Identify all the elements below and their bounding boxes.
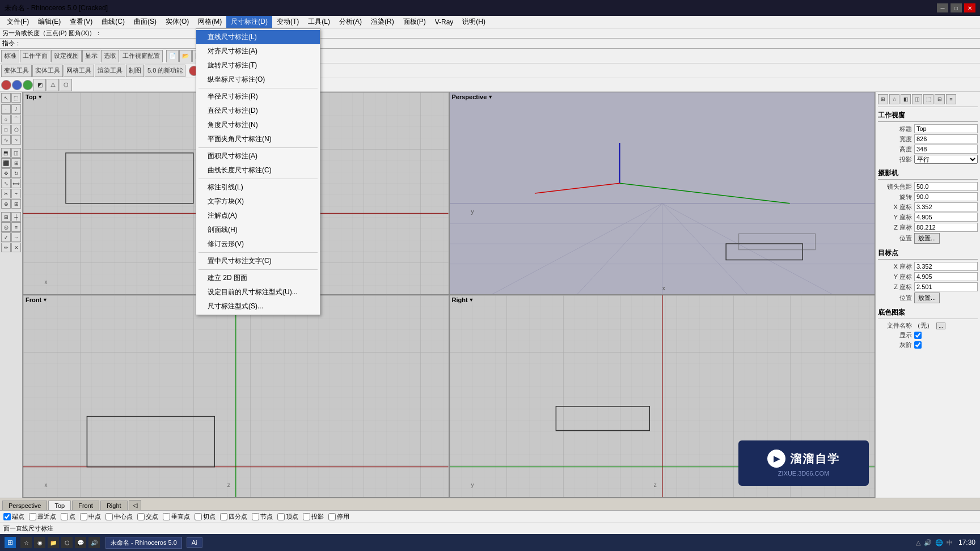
snap-center-cb[interactable]: [105, 513, 113, 520]
lt-poly[interactable]: ⬡: [11, 125, 21, 134]
lt-split[interactable]: ÷: [11, 189, 21, 198]
rp-bg-gray-checkbox[interactable]: [914, 341, 922, 349]
tb-standard[interactable]: 标准: [1, 50, 19, 62]
stab-right[interactable]: Right: [100, 501, 128, 510]
menu-render[interactable]: 渲染(R): [366, 16, 399, 28]
dd-area[interactable]: 面积尺寸标注(A): [196, 149, 320, 163]
cmd-input[interactable]: [21, 39, 978, 48]
viewport-front-arrow[interactable]: ▼: [43, 297, 48, 303]
tb-setview[interactable]: 设定视图: [51, 50, 82, 62]
lt-rect[interactable]: □: [1, 125, 11, 134]
tb-layer2[interactable]: ⚠: [47, 79, 59, 91]
snap-knot-cb[interactable]: [252, 513, 259, 520]
snap-disable[interactable]: 停用: [328, 512, 349, 521]
menu-panel[interactable]: 面板(P): [399, 16, 430, 28]
menu-transform[interactable]: 变动(T): [272, 16, 303, 28]
dd-cloud[interactable]: 修订云形(V): [196, 237, 320, 251]
maximize-button[interactable]: □: [951, 3, 962, 12]
tb-mesh-tools[interactable]: 网格工具: [64, 65, 94, 77]
rp-icon-7[interactable]: ≡: [946, 94, 956, 104]
dd-rotated[interactable]: 旋转尺寸标注(T): [196, 58, 320, 73]
rp-target-z-value[interactable]: [914, 282, 978, 291]
snap-intersection-cb[interactable]: [137, 513, 145, 520]
rp-target-x-value[interactable]: [914, 262, 978, 271]
dd-setcurrent[interactable]: 设定目前的尺寸标注型式(U)...: [196, 285, 320, 299]
menu-surface[interactable]: 曲面(S): [129, 16, 161, 28]
viewport-right-arrow[interactable]: ▼: [469, 297, 474, 303]
menu-edit[interactable]: 编辑(E): [33, 16, 65, 28]
snap-nearest[interactable]: 最近点: [29, 512, 56, 521]
rp-icon-6[interactable]: ⊟: [935, 94, 945, 104]
tb-render-tools[interactable]: 渲染工具: [95, 65, 125, 77]
lt-extrude[interactable]: ⬛: [1, 158, 11, 168]
snap-quadrant-cb[interactable]: [220, 513, 227, 520]
tb-color-red[interactable]: [1, 80, 11, 90]
lt-mesh[interactable]: ⊞: [11, 158, 21, 168]
menu-view[interactable]: 查看(V): [65, 16, 97, 28]
snap-perpendicular[interactable]: 垂直点: [163, 512, 190, 521]
dd-section[interactable]: 剖面线(H): [196, 223, 320, 237]
lt-rotate[interactable]: ↻: [11, 168, 21, 178]
stab-extra[interactable]: ◁: [129, 500, 141, 510]
rp-field-height-value[interactable]: [914, 145, 978, 154]
rp-camera-z-value[interactable]: [914, 223, 978, 232]
rp-icon-3[interactable]: ◧: [901, 94, 911, 104]
lt-join[interactable]: ⊕: [1, 199, 11, 209]
lt-delete[interactable]: ✕: [11, 243, 21, 252]
tb-solid-tools2[interactable]: 实体工具: [32, 65, 63, 77]
lt-point[interactable]: ·: [1, 104, 11, 114]
rp-field-projection-select[interactable]: 平行 透视: [914, 155, 978, 164]
tb-layer1[interactable]: ◩: [33, 79, 46, 91]
rp-camera-focal-value[interactable]: [914, 182, 978, 191]
rp-field-label-value[interactable]: [914, 124, 978, 133]
tb-open[interactable]: 📂: [179, 50, 192, 62]
dd-curvelength[interactable]: 曲线长度尺寸标注(C): [196, 163, 320, 177]
tb-new[interactable]: 📄: [166, 50, 179, 62]
rp-icon-1[interactable]: ⊞: [878, 94, 888, 104]
viewport-perspective-arrow[interactable]: ▼: [488, 94, 493, 100]
snap-perpendicular-cb[interactable]: [163, 513, 170, 520]
lt-pen[interactable]: ✏: [1, 243, 11, 252]
taskbar-wechat[interactable]: 💬: [75, 537, 86, 548]
dd-styles[interactable]: 尺寸标注型式(S)...: [196, 299, 320, 313]
snap-center[interactable]: 中心点: [105, 512, 133, 521]
dd-textblock[interactable]: 文字方块(X): [196, 194, 320, 209]
snap-point-cb[interactable]: [61, 513, 68, 520]
snap-endpoint-cb[interactable]: [3, 513, 11, 520]
snap-intersection[interactable]: 交点: [137, 512, 158, 521]
snap-nearest-cb[interactable]: [29, 513, 36, 520]
tb-new50[interactable]: 5.0 的新功能: [145, 65, 185, 77]
lt-trim[interactable]: ✂: [1, 189, 11, 198]
dd-ordinate[interactable]: 纵坐标尺寸标注(O): [196, 73, 320, 87]
start-button[interactable]: ⊞: [5, 537, 16, 548]
rp-camera-pos-button[interactable]: 放置...: [914, 233, 940, 244]
rp-bg-show-checkbox[interactable]: [914, 332, 922, 339]
dd-leader[interactable]: 标注引线(L): [196, 180, 320, 194]
tb-workplane[interactable]: 工作平面: [20, 50, 50, 62]
lt-select2[interactable]: ⬚: [11, 93, 21, 103]
lt-mirror[interactable]: ⟺: [11, 179, 21, 188]
viewport-top-arrow[interactable]: ▼: [37, 94, 43, 100]
snap-vertex[interactable]: 顶点: [277, 512, 298, 521]
dd-center-text[interactable]: 置中尺寸标注文字(C): [196, 254, 320, 268]
menu-file[interactable]: 文件(F): [2, 16, 33, 28]
minimize-button[interactable]: ─: [937, 3, 948, 12]
taskbar-rhino-active[interactable]: 未命名 - Rhinoceros 5.0: [105, 537, 182, 549]
taskbar-app4[interactable]: ⬡: [61, 537, 73, 548]
rp-target-y-value[interactable]: [914, 272, 978, 281]
snap-midpoint-cb[interactable]: [80, 513, 87, 520]
rp-icon-2[interactable]: ☆: [889, 94, 899, 104]
taskbar-app6[interactable]: 🔊: [88, 537, 100, 548]
dd-linear[interactable]: 直线尺寸标注(L): [196, 30, 320, 44]
lt-arrow[interactable]: →: [11, 232, 21, 242]
menu-analyze[interactable]: 分析(A): [335, 16, 366, 28]
snap-vertex-cb[interactable]: [277, 513, 285, 520]
lt-curve[interactable]: ∿: [1, 135, 11, 145]
rp-camera-y-value[interactable]: [914, 213, 978, 222]
lt-surface2[interactable]: ◫: [11, 148, 21, 158]
menu-dimension[interactable]: 尺寸标注(D): [226, 16, 272, 28]
rp-bg-filename-button[interactable]: ...: [936, 323, 945, 329]
snap-knot[interactable]: 节点: [252, 512, 273, 521]
snap-project-cb[interactable]: [303, 513, 310, 520]
lt-spline[interactable]: ~: [11, 135, 21, 145]
